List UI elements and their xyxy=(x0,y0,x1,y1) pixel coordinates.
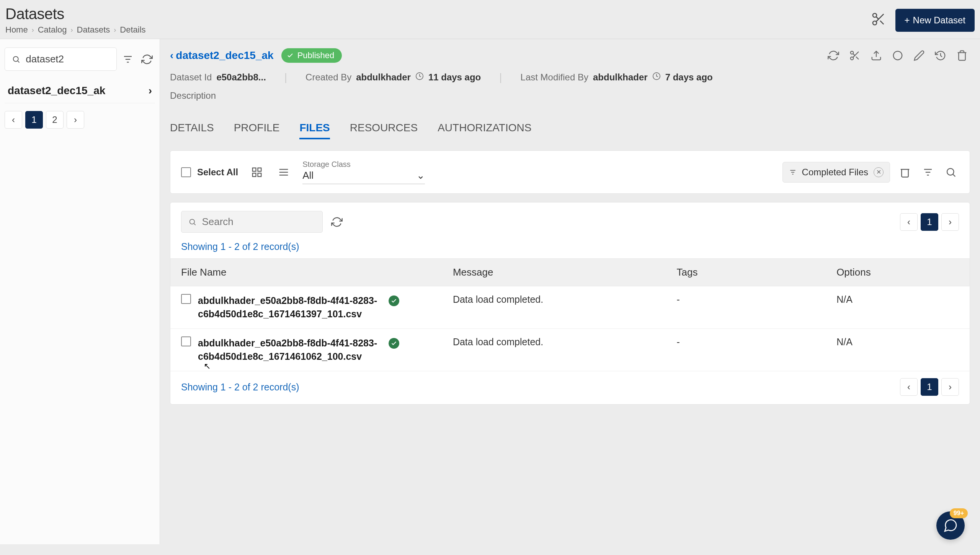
header-actions xyxy=(825,47,970,64)
chevron-right-icon: › xyxy=(32,26,34,34)
scissors-icon[interactable] xyxy=(871,11,886,29)
page-prev-button[interactable]: ‹ xyxy=(5,111,22,129)
file-tags: - xyxy=(666,286,826,329)
storage-class-label: Storage Class xyxy=(302,160,425,169)
file-message: Data load completed. xyxy=(442,286,666,329)
sidebar-dataset-item[interactable]: dataset2_dec15_ak › xyxy=(5,78,155,103)
sync-icon[interactable] xyxy=(825,47,841,64)
check-icon xyxy=(287,52,294,59)
page-next-button[interactable]: › xyxy=(67,111,84,129)
modified-by-label: Last Modified By xyxy=(521,72,588,83)
dataset-name: dataset2_dec15_ak xyxy=(176,49,273,62)
chevron-left-icon: ‹ xyxy=(170,49,173,62)
files-pager-top: ‹ 1 › xyxy=(900,213,959,231)
col-message: Message xyxy=(442,259,666,286)
table-row[interactable]: abdulkhader_e50a2bb8-f8db-4f41-8283-c6b4… xyxy=(170,286,970,329)
filter-chip-close[interactable]: ✕ xyxy=(874,167,884,177)
page-number-1[interactable]: 1 xyxy=(25,111,43,129)
breadcrumb-details[interactable]: Details xyxy=(120,25,145,35)
file-message: Data load completed. xyxy=(442,329,666,371)
svg-line-4 xyxy=(876,16,878,19)
files-page-1-bottom[interactable]: 1 xyxy=(921,378,938,396)
file-options: N/A xyxy=(826,286,970,329)
dataset-id-label: Dataset Id xyxy=(170,72,212,83)
files-prev-bottom[interactable]: ‹ xyxy=(900,378,918,396)
toolbar-filter-icon[interactable] xyxy=(920,164,936,180)
new-dataset-button[interactable]: + New Dataset xyxy=(895,9,975,32)
filter-icon[interactable] xyxy=(120,51,136,67)
svg-point-16 xyxy=(893,51,902,60)
breadcrumb-catalog[interactable]: Catalog xyxy=(38,25,67,35)
row-checkbox[interactable] xyxy=(181,336,191,346)
history-icon[interactable] xyxy=(933,47,949,64)
files-search-input[interactable] xyxy=(202,216,315,228)
svg-point-34 xyxy=(190,219,195,224)
svg-point-5 xyxy=(13,56,18,61)
fab-badge: 99+ xyxy=(950,508,968,518)
filter-icon xyxy=(789,168,797,176)
grid-view-icon[interactable] xyxy=(249,164,265,180)
modified-by-value: abdulkhader xyxy=(593,72,648,83)
toolbar-delete-icon[interactable] xyxy=(897,164,913,180)
tab-authorizations[interactable]: AUTHORIZATIONS xyxy=(438,118,531,139)
svg-point-10 xyxy=(851,51,854,54)
refresh-icon[interactable] xyxy=(139,51,155,67)
tab-files[interactable]: FILES xyxy=(299,118,330,139)
clock-icon xyxy=(652,72,661,83)
table-row[interactable]: abdulkhader_e50a2bb8-f8db-4f41-8283-c6b4… xyxy=(170,329,970,371)
svg-line-13 xyxy=(856,57,859,59)
created-by-value: abdulkhader xyxy=(356,72,411,83)
delete-icon[interactable] xyxy=(954,47,970,64)
chevron-right-icon: › xyxy=(71,26,73,34)
filter-chip: Completed Files ✕ xyxy=(782,162,890,183)
meta-separator: | xyxy=(284,71,287,83)
scissors-action-icon[interactable] xyxy=(847,47,863,64)
chevron-right-icon: › xyxy=(149,85,152,97)
clock-icon xyxy=(415,72,424,83)
dataset-back-link[interactable]: ‹ dataset2_dec15_ak xyxy=(170,49,274,62)
svg-rect-21 xyxy=(253,173,256,176)
tab-details[interactable]: DETAILS xyxy=(170,118,214,139)
select-all-checkbox[interactable] xyxy=(181,167,191,177)
records-count-bottom: Showing 1 - 2 of 2 record(s) xyxy=(181,382,299,393)
meta-separator: | xyxy=(499,71,502,83)
file-options: N/A xyxy=(826,329,970,371)
toolbar-search-icon[interactable] xyxy=(943,164,959,180)
circle-icon[interactable] xyxy=(890,47,906,64)
edit-icon[interactable] xyxy=(911,47,927,64)
sidebar-search-input[interactable] xyxy=(26,53,109,65)
files-prev-top[interactable]: ‹ xyxy=(900,213,918,231)
file-name: abdulkhader_e50a2bb8-f8db-4f41-8283-c6b4… xyxy=(198,336,382,363)
search-icon xyxy=(188,217,196,227)
col-options: Options xyxy=(826,259,970,286)
svg-line-3 xyxy=(880,21,884,24)
storage-class-value: All xyxy=(302,170,314,181)
storage-class-dropdown[interactable]: Storage Class All ⌄ xyxy=(302,160,425,184)
chat-fab[interactable]: 99+ xyxy=(936,511,965,540)
row-checkbox[interactable] xyxy=(181,294,191,304)
dataset-id-value: e50a2bb8... xyxy=(216,72,266,83)
upload-icon[interactable] xyxy=(868,47,884,64)
tab-profile[interactable]: PROFILE xyxy=(234,118,280,139)
col-file-name: File Name xyxy=(170,259,442,286)
files-refresh-icon[interactable] xyxy=(329,214,345,230)
page-number-2[interactable]: 2 xyxy=(46,111,64,129)
svg-point-1 xyxy=(873,21,877,25)
files-next-top[interactable]: › xyxy=(941,213,959,231)
files-page-1-top[interactable]: 1 xyxy=(921,213,938,231)
breadcrumb-datasets[interactable]: Datasets xyxy=(77,25,110,35)
records-count-top: Showing 1 - 2 of 2 record(s) xyxy=(181,241,299,252)
svg-line-6 xyxy=(18,61,19,62)
svg-line-35 xyxy=(194,224,196,225)
sidebar-search[interactable] xyxy=(5,47,117,71)
list-view-icon[interactable] xyxy=(276,164,292,180)
status-badge: Published xyxy=(281,48,342,63)
content-area: ‹ dataset2_dec15_ak Published Da xyxy=(160,39,980,544)
tab-resources[interactable]: RESOURCES xyxy=(350,118,418,139)
files-search[interactable] xyxy=(181,211,323,233)
chat-icon xyxy=(943,518,958,533)
files-toolbar: Select All Storage Class All ⌄ Completed… xyxy=(170,150,970,194)
breadcrumb-home[interactable]: Home xyxy=(5,25,28,35)
meta-row: Dataset Id e50a2bb8... | Created By abdu… xyxy=(170,71,970,83)
files-next-bottom[interactable]: › xyxy=(941,378,959,396)
